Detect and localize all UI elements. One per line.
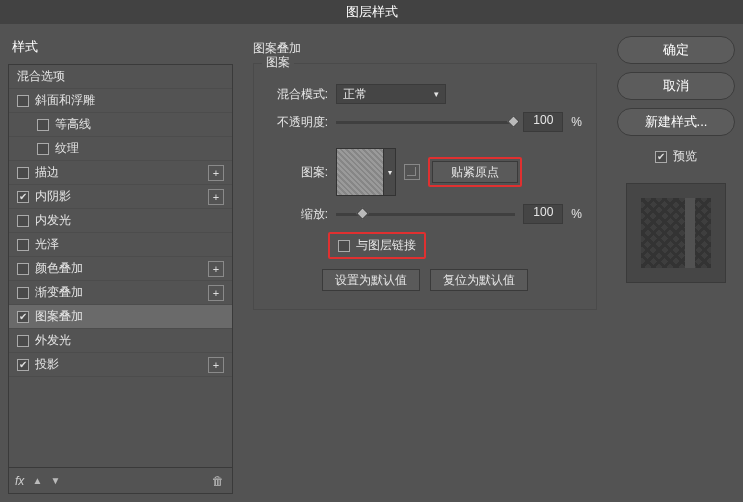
style-item-label: 图案叠加 (35, 308, 83, 325)
style-checkbox[interactable] (17, 359, 29, 371)
style-item-label: 描边 (35, 164, 59, 181)
blending-options-item[interactable]: 混合选项 (9, 65, 232, 89)
scale-label: 缩放: (268, 206, 328, 223)
styles-panel: 样式 混合选项 斜面和浮雕等高线纹理描边+内阴影+内发光光泽颜色叠加+渐变叠加+… (8, 32, 233, 494)
link-layer-checkbox[interactable] (338, 240, 350, 252)
style-checkbox[interactable] (17, 95, 29, 107)
opacity-slider[interactable] (336, 121, 515, 124)
new-style-button[interactable]: 新建样式... (617, 108, 735, 136)
styles-list: 混合选项 斜面和浮雕等高线纹理描边+内阴影+内发光光泽颜色叠加+渐变叠加+图案叠… (8, 64, 233, 468)
styles-header: 样式 (8, 32, 233, 64)
style-item-label: 外发光 (35, 332, 71, 349)
opacity-label: 不透明度: (268, 114, 328, 131)
preview-box (626, 183, 726, 283)
cancel-button[interactable]: 取消 (617, 72, 735, 100)
chevron-down-icon: ▾ (434, 89, 439, 99)
style-item-label: 纹理 (55, 140, 79, 157)
add-effect-button[interactable]: + (208, 357, 224, 373)
dialog-title: 图层样式 (0, 0, 743, 24)
style-item-label: 颜色叠加 (35, 260, 83, 277)
style-checkbox[interactable] (17, 191, 29, 203)
style-checkbox[interactable] (17, 215, 29, 227)
styles-footer: fx ▲ ▼ 🗑 (8, 468, 233, 494)
scale-slider[interactable] (336, 213, 515, 216)
style-item-label: 等高线 (55, 116, 91, 133)
trash-icon[interactable]: 🗑 (212, 474, 226, 488)
move-up-icon[interactable]: ▲ (30, 474, 44, 488)
style-checkbox[interactable] (17, 311, 29, 323)
preview-checkbox[interactable] (655, 151, 667, 163)
new-pattern-icon[interactable] (404, 164, 420, 180)
pattern-swatch[interactable] (336, 148, 384, 196)
style-item-0[interactable]: 斜面和浮雕 (9, 89, 232, 113)
opacity-input[interactable]: 100 (523, 112, 563, 132)
style-checkbox[interactable] (17, 287, 29, 299)
scale-input[interactable]: 100 (523, 204, 563, 224)
add-effect-button[interactable]: + (208, 261, 224, 277)
ok-button[interactable]: 确定 (617, 36, 735, 64)
reset-default-button[interactable]: 复位为默认值 (430, 269, 528, 291)
blend-mode-label: 混合模式: (268, 86, 328, 103)
style-item-9[interactable]: 图案叠加 (9, 305, 232, 329)
add-effect-button[interactable]: + (208, 165, 224, 181)
highlight-snap-origin: 贴紧原点 (428, 157, 522, 187)
style-item-10[interactable]: 外发光 (9, 329, 232, 353)
style-checkbox[interactable] (17, 335, 29, 347)
pattern-swatch-dropdown[interactable]: ▾ (384, 148, 396, 196)
fieldset-legend: 图案 (262, 54, 294, 71)
add-effect-button[interactable]: + (208, 285, 224, 301)
style-checkbox[interactable] (17, 167, 29, 179)
style-checkbox[interactable] (17, 263, 29, 275)
slider-thumb-icon[interactable] (356, 207, 369, 220)
action-panel: 确定 取消 新建样式... 预览 (617, 32, 735, 494)
preview-label: 预览 (673, 148, 697, 165)
settings-panel: 图案叠加 图案 混合模式: 正常 ▾ 不透明度: 100 % 图案: (243, 32, 607, 494)
style-item-1[interactable]: 等高线 (9, 113, 232, 137)
style-item-3[interactable]: 描边+ (9, 161, 232, 185)
style-item-label: 渐变叠加 (35, 284, 83, 301)
style-item-label: 光泽 (35, 236, 59, 253)
style-item-11[interactable]: 投影+ (9, 353, 232, 377)
style-checkbox[interactable] (17, 239, 29, 251)
pattern-fieldset: 图案 混合模式: 正常 ▾ 不透明度: 100 % 图案: (253, 63, 597, 310)
style-item-label: 投影 (35, 356, 59, 373)
style-item-label: 斜面和浮雕 (35, 92, 95, 109)
style-item-2[interactable]: 纹理 (9, 137, 232, 161)
style-item-4[interactable]: 内阴影+ (9, 185, 232, 209)
style-item-label: 内阴影 (35, 188, 71, 205)
pattern-label: 图案: (268, 164, 328, 181)
blend-mode-dropdown[interactable]: 正常 ▾ (336, 84, 446, 104)
style-item-label: 内发光 (35, 212, 71, 229)
snap-origin-button[interactable]: 贴紧原点 (432, 161, 518, 183)
style-item-7[interactable]: 颜色叠加+ (9, 257, 232, 281)
style-item-6[interactable]: 光泽 (9, 233, 232, 257)
style-checkbox[interactable] (37, 119, 49, 131)
slider-thumb-icon[interactable] (507, 115, 520, 128)
preview-thumbnail (641, 198, 711, 268)
highlight-link-layer: 与图层链接 (328, 232, 426, 259)
section-title: 图案叠加 (253, 40, 597, 57)
style-item-8[interactable]: 渐变叠加+ (9, 281, 232, 305)
link-layer-label: 与图层链接 (356, 237, 416, 254)
set-default-button[interactable]: 设置为默认值 (322, 269, 420, 291)
style-checkbox[interactable] (37, 143, 49, 155)
fx-label: fx (15, 474, 24, 488)
add-effect-button[interactable]: + (208, 189, 224, 205)
move-down-icon[interactable]: ▼ (48, 474, 62, 488)
style-item-5[interactable]: 内发光 (9, 209, 232, 233)
